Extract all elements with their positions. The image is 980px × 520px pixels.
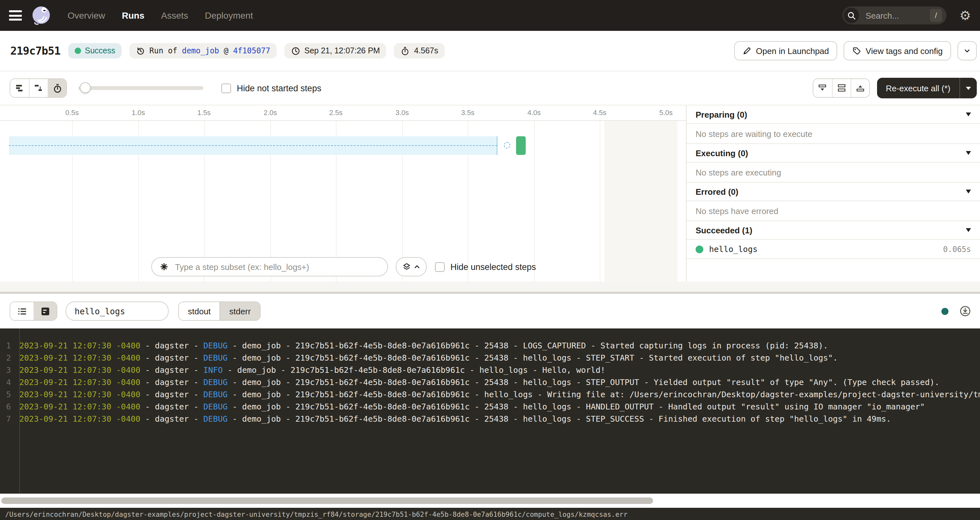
op-selector-icon (159, 262, 169, 271)
view-flat-icon[interactable] (10, 79, 29, 97)
section-collapse-icon (966, 151, 971, 155)
collapse-down-icon[interactable] (813, 79, 832, 97)
gutter-divider (19, 328, 20, 494)
after-run-end-shade (604, 121, 678, 282)
reexecute-dropdown-button[interactable] (959, 78, 977, 98)
caret-up-icon (414, 263, 420, 270)
section-succeeded[interactable]: Succeeded (1) (687, 221, 980, 240)
reexecute-all-button[interactable]: Re-execute all (*) (877, 78, 959, 98)
pane-splitter[interactable] (0, 282, 980, 294)
reexecute-split-button: Re-execute all (*) (877, 78, 977, 98)
log-line: 22023-09-21 12:07:30 -0400 - dagster - D… (0, 352, 980, 364)
view-tags-config-button[interactable]: View tags and config (844, 41, 951, 60)
zoom-slider[interactable] (78, 86, 203, 90)
step-success-dot-icon (695, 245, 703, 253)
nav-runs[interactable]: Runs (122, 10, 145, 21)
step-subset-row: Hide unselected steps (151, 257, 536, 276)
tag-icon (852, 46, 861, 55)
log-file-path: /Users/erincochran/Desktop/dagster-examp… (5, 510, 627, 518)
scrollbar-thumb[interactable] (1, 498, 653, 504)
gantt-toolbar: Hide not started steps Re-execute all (*… (0, 71, 980, 105)
search-shortcut-key: / (930, 9, 942, 22)
raw-log-viewer[interactable]: 12023-09-21 12:07:30 -0400 - dagster - D… (0, 328, 980, 494)
axis-tick: 4.0s (521, 109, 547, 116)
axis-tick: 1.0s (126, 109, 151, 116)
gantt-plot-area[interactable]: Hide unselected steps (0, 121, 686, 282)
gantt-chart: 0.5s 1.0s 1.5s 2.0s 2.5s 3.0s 3.5s 4.0s … (0, 105, 686, 282)
log-stream-status-dot (942, 308, 948, 315)
history-icon (136, 46, 145, 55)
log-line: 32023-09-21 12:07:30 -0400 - dagster - I… (0, 364, 980, 376)
commit-link[interactable]: 4f105077 (233, 46, 270, 55)
section-executing-empty: No steps are executing (687, 163, 980, 182)
zoom-slider-knob[interactable] (80, 82, 91, 93)
log-view-mode-group (10, 301, 57, 321)
succeeded-step-row[interactable]: hello_logs 0.065s (687, 240, 980, 259)
view-waterfall-icon[interactable] (29, 79, 48, 97)
nav-assets[interactable]: Assets (161, 10, 188, 21)
axis-tick: 1.5s (191, 109, 217, 116)
job-link[interactable]: demo_job (182, 46, 219, 55)
step-subset-input[interactable] (174, 261, 380, 272)
log-line: 72023-09-21 12:07:30 -0400 - dagster - D… (0, 413, 980, 425)
run-actions-dropdown-button[interactable] (958, 41, 977, 60)
step-start-marker (504, 142, 510, 149)
log-horizontal-scrollbar[interactable] (0, 494, 980, 508)
axis-tick: 4.5s (587, 109, 612, 116)
panel-layout-group (812, 78, 870, 98)
timestamp-badge: Sep 21, 12:07:26 PM (285, 43, 387, 59)
search-box[interactable]: / (842, 6, 947, 24)
axis-tick: 2.0s (258, 109, 283, 116)
log-line: 12023-09-21 12:07:30 -0400 - dagster - D… (0, 339, 980, 352)
tab-stdout[interactable]: stdout (179, 302, 220, 320)
hamburger-menu-icon[interactable] (9, 10, 22, 21)
log-file-path-bar: /Users/erincochran/Desktop/dagster-examp… (0, 508, 980, 520)
section-executing[interactable]: Executing (0) (687, 144, 980, 163)
tab-stderr[interactable]: stderr (220, 302, 259, 320)
section-preparing-empty: No steps are waiting to execute (687, 124, 980, 144)
clock-icon (291, 46, 301, 55)
step-name: hello_logs (709, 244, 758, 254)
app-root: Overview Runs Assets Deployment / ⚙ 219c… (0, 0, 980, 520)
caret-down-icon (966, 86, 971, 90)
section-preparing[interactable]: Preparing (0) (687, 105, 980, 124)
hide-not-started-checkbox[interactable] (221, 83, 231, 93)
axis-tick: 2.5s (323, 109, 349, 116)
nav-deployment[interactable]: Deployment (205, 10, 253, 21)
log-line: 42023-09-21 12:07:30 -0400 - dagster - D… (0, 376, 980, 388)
step-subset-inputbox[interactable] (151, 257, 388, 276)
dagster-logo-icon[interactable] (30, 5, 52, 26)
expand-up-icon[interactable] (850, 79, 869, 97)
section-errored[interactable]: Errored (0) (687, 182, 980, 201)
run-main-split: 0.5s 1.0s 1.5s 2.0s 2.5s 3.0s 3.5s 4.0s … (0, 105, 980, 282)
download-icon[interactable] (959, 305, 971, 317)
axis-tick: 5.0s (653, 109, 679, 116)
section-collapse-icon (966, 113, 971, 116)
graph-query-toggle-button[interactable] (396, 257, 426, 276)
log-line: 62023-09-21 12:07:30 -0400 - dagster - D… (0, 400, 980, 413)
gantt-time-axis: 0.5s 1.0s 1.5s 2.0s 2.5s 3.0s 3.5s 4.0s … (0, 105, 686, 121)
search-input[interactable] (864, 10, 930, 21)
gear-icon[interactable]: ⚙ (959, 9, 971, 22)
view-timer-icon[interactable] (48, 79, 66, 97)
run-of-badge: Run of demo_job @ 4f105077 (129, 43, 277, 59)
open-in-launchpad-button[interactable]: Open in Launchpad (734, 41, 837, 60)
chevron-down-icon (963, 47, 971, 55)
log-step-filter-input[interactable] (66, 301, 169, 321)
top-nav: Overview Runs Assets Deployment / ⚙ (0, 0, 980, 31)
structured-log-list-icon[interactable] (10, 302, 33, 320)
hide-not-started-control: Hide not started steps (221, 83, 321, 93)
search-icon (843, 8, 859, 23)
raw-console-icon[interactable] (33, 302, 57, 320)
nav-overview[interactable]: Overview (68, 10, 105, 21)
hide-unselected-checkbox[interactable] (435, 262, 445, 271)
pencil-icon (743, 46, 752, 55)
axis-tick: 3.0s (389, 109, 415, 116)
stopwatch-icon (401, 46, 410, 55)
split-view-icon[interactable] (832, 79, 850, 97)
step-bar-hello-logs[interactable] (516, 136, 526, 155)
main-nav: Overview Runs Assets Deployment (68, 10, 253, 21)
hide-not-started-label: Hide not started steps (237, 83, 321, 93)
section-collapse-icon (966, 190, 971, 193)
layers-icon (402, 262, 411, 271)
